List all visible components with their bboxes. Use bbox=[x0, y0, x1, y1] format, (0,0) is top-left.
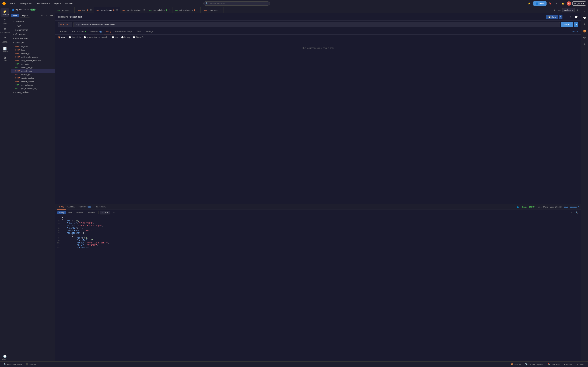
find-replace-button[interactable]: 🔍 Find and Replace bbox=[2, 362, 24, 366]
collection-item-debezium[interactable]: ▶ Debezium bbox=[10, 20, 55, 24]
request-create-solution[interactable]: POST create_solution bbox=[11, 76, 55, 80]
bookmark-icon[interactable]: 🔖 bbox=[548, 1, 553, 6]
collection-item-icommerce[interactable]: ▶ iCommerce bbox=[10, 32, 55, 36]
upgrade-button[interactable]: Upgrade ▾ bbox=[572, 1, 586, 6]
save-response-button[interactable]: Save Response ▾ bbox=[564, 206, 579, 208]
tab-login[interactable]: POST login ✕ bbox=[75, 7, 94, 13]
filter-icon[interactable]: ≡ bbox=[45, 13, 49, 18]
comment-icon[interactable]: 💬 bbox=[574, 15, 578, 19]
format-visualize[interactable]: Visualize bbox=[86, 211, 97, 214]
cookies-bottom-button[interactable]: 🍪 Cookies bbox=[509, 362, 523, 366]
url-input[interactable] bbox=[73, 22, 560, 27]
close-tab-icon[interactable]: ✕ bbox=[143, 9, 145, 11]
request-create-quiz[interactable]: POST create_quiz bbox=[11, 52, 55, 55]
runner-button[interactable]: ▶ Runner bbox=[562, 362, 574, 366]
tab-get-solutions-b[interactable]: GET get_solutions_b ✕ bbox=[173, 7, 200, 13]
add-collection-icon[interactable]: ＋ bbox=[40, 13, 44, 18]
request-get-quiz[interactable]: GET get_quiz bbox=[11, 62, 55, 66]
capture-requests-button[interactable]: 📡 Capture requests bbox=[523, 362, 545, 366]
tab-get-solutions[interactable]: GET get_solutions ✕ bbox=[147, 7, 173, 13]
request-get-solutions[interactable]: GET get_solutions bbox=[11, 83, 55, 87]
collection-item-spring-workers[interactable]: ▶ spring_workers bbox=[10, 90, 55, 94]
right-comment-icon[interactable]: 💬 bbox=[582, 15, 588, 21]
nav-home[interactable]: Home bbox=[8, 1, 17, 5]
console-button[interactable]: ⬛ Console bbox=[24, 362, 38, 366]
more-options-icon[interactable]: ••• bbox=[563, 15, 568, 19]
user-avatar[interactable]: U bbox=[567, 1, 571, 6]
resp-tab-headers[interactable]: Headers 11 bbox=[77, 204, 93, 209]
right-settings-small-icon[interactable]: ⚙ bbox=[582, 42, 588, 47]
request-get-solutions-by-quiz[interactable]: GET get_solutions_by_quiz bbox=[11, 87, 55, 90]
edit-icon[interactable]: ✏ bbox=[569, 15, 573, 19]
tab-settings[interactable]: Settings bbox=[144, 29, 155, 34]
invite-button[interactable]: 👤 Invite bbox=[533, 1, 546, 6]
sidebar-item-collections[interactable]: 📁 Collections bbox=[0, 8, 9, 17]
collection-item-ftgo[interactable]: ▶ FTGO bbox=[10, 24, 55, 28]
right-code-icon[interactable]: </> bbox=[582, 35, 588, 41]
resp-tab-body[interactable]: Body bbox=[57, 204, 66, 209]
lightning-icon[interactable]: ⚡ bbox=[527, 1, 532, 6]
right-edit-icon[interactable]: ✏ bbox=[582, 8, 588, 14]
close-tab-icon[interactable]: ✕ bbox=[71, 9, 72, 11]
nav-reports[interactable]: Reports bbox=[52, 1, 63, 5]
trash-button[interactable]: 🗑 Trash bbox=[575, 363, 586, 366]
close-tab-icon[interactable]: ✕ bbox=[90, 9, 92, 11]
request-add-single-question[interactable]: POST add_single_question bbox=[11, 55, 55, 59]
request-login[interactable]: POST login bbox=[11, 48, 55, 52]
import-button[interactable]: Import bbox=[20, 14, 30, 17]
collection-item-quizengine[interactable]: ▶ quizengine bbox=[10, 41, 55, 45]
body-option-binary[interactable]: binary bbox=[121, 36, 130, 38]
save-button[interactable]: 💾 Save bbox=[546, 15, 558, 19]
body-option-none[interactable]: none bbox=[58, 36, 66, 38]
sidebar-item-environments[interactable]: ⊞ Environments bbox=[0, 26, 9, 34]
request-add-multiple-question[interactable]: POST add_mulitple_question bbox=[11, 59, 55, 62]
settings-icon[interactable]: ⚙ bbox=[554, 1, 559, 6]
request-create-solution2[interactable]: POST create_solution2 bbox=[11, 80, 55, 83]
tab-create-quiz[interactable]: POST create_quiz ✕ bbox=[200, 7, 224, 13]
wrap-icon[interactable]: ≡ bbox=[112, 211, 116, 214]
resp-tab-test-results[interactable]: Test Results bbox=[93, 204, 108, 209]
tab-body[interactable]: Body bbox=[104, 29, 113, 34]
close-tab-icon[interactable]: ✕ bbox=[169, 9, 171, 11]
tab-authorization[interactable]: Authorization bbox=[69, 29, 88, 34]
body-option-urlencoded[interactable]: x-www-form-urlencoded bbox=[84, 36, 109, 38]
tab-publish-quiz[interactable]: POST publish_quiz ✕ bbox=[94, 7, 120, 13]
sidebar-item-monitors[interactable]: 📊 Monitors bbox=[0, 46, 9, 54]
sidebar-item-apis[interactable]: ⬡ APIs bbox=[0, 17, 9, 25]
body-option-graphql[interactable]: GraphQL bbox=[133, 36, 145, 38]
body-option-raw[interactable]: raw bbox=[112, 36, 118, 38]
sidebar-item-flows[interactable]: ⟨⟩ Flows bbox=[0, 55, 9, 63]
collection-item-gocommerce[interactable]: ▶ GoCommerce bbox=[10, 28, 55, 32]
search-response-icon[interactable]: 🔍 bbox=[575, 211, 579, 215]
request-delete-quiz[interactable]: DEL delete_quiz bbox=[11, 73, 55, 76]
request-register[interactable]: POST register bbox=[11, 45, 55, 48]
sidebar-item-history[interactable]: 🕑 History bbox=[0, 353, 9, 361]
tab-pre-request-script[interactable]: Pre-request Script bbox=[113, 29, 134, 34]
close-tab-icon[interactable]: ✕ bbox=[116, 9, 118, 11]
more-options-icon[interactable]: ••• bbox=[50, 13, 54, 18]
json-format-selector[interactable]: JSON ▾ bbox=[100, 211, 110, 214]
sidebar-item-mock-servers[interactable]: ⬡ Mock Servers bbox=[0, 35, 9, 45]
copy-icon[interactable]: ⧉ bbox=[570, 211, 574, 215]
close-tab-icon[interactable]: ✕ bbox=[220, 9, 221, 11]
request-publish-quiz[interactable]: POST publish_quiz bbox=[11, 69, 55, 73]
tab-headers[interactable]: Headers 9 bbox=[88, 29, 104, 34]
more-tabs-icon[interactable]: ••• bbox=[557, 8, 562, 12]
nav-workspaces[interactable]: Workspaces▾ bbox=[18, 1, 34, 5]
cookies-link[interactable]: Cookies bbox=[571, 30, 578, 33]
tab-params[interactable]: Params bbox=[58, 29, 69, 34]
collection-item-microservices[interactable]: ▶ Micro-services bbox=[10, 36, 55, 41]
eye-icon[interactable]: 👁 bbox=[575, 8, 579, 12]
right-info-icon[interactable]: ℹ bbox=[582, 22, 588, 27]
request-failed-get-quiz[interactable]: GET failed_get_quiz bbox=[11, 66, 55, 69]
send-dropdown-button[interactable]: ▾ bbox=[574, 22, 578, 27]
resp-tab-cookies[interactable]: Cookies bbox=[66, 204, 77, 209]
search-bar[interactable]: 🔍 Search Postman bbox=[203, 1, 270, 6]
bootcamp-button[interactable]: 📚 Bootcamp bbox=[546, 362, 562, 366]
tab-get-quiz[interactable]: GET get_quiz ✕ bbox=[55, 7, 75, 13]
send-button[interactable]: Send bbox=[561, 22, 573, 27]
right-cookie-icon[interactable]: 🍪 bbox=[582, 28, 588, 34]
format-pretty[interactable]: Pretty bbox=[57, 211, 66, 214]
new-collection-button[interactable]: New bbox=[11, 14, 19, 17]
save-dropdown-button[interactable]: ▾ bbox=[559, 15, 562, 19]
